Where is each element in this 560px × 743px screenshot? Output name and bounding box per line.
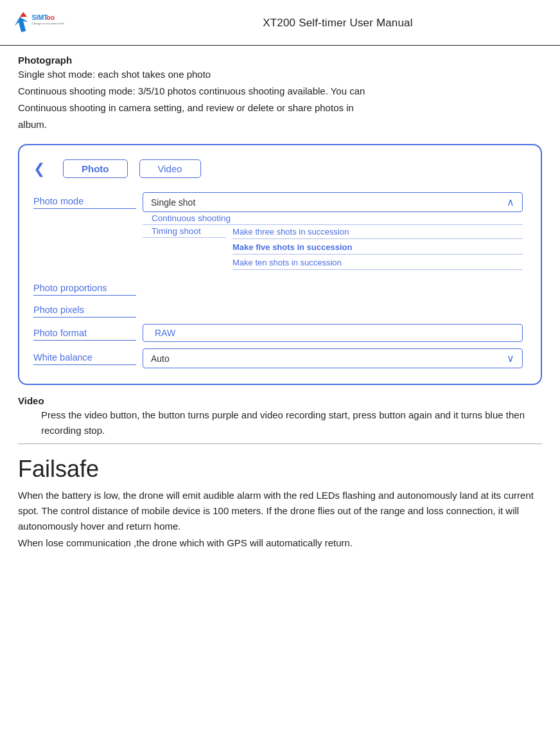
photo-format-row: Photo format RAW bbox=[33, 324, 523, 342]
white-balance-label: White balance bbox=[33, 348, 136, 365]
photo-proportions-row: Photo proportions bbox=[33, 279, 523, 296]
photo-format-control[interactable]: RAW bbox=[143, 324, 523, 342]
timing-submenu: Make three shots in succession Make five… bbox=[226, 225, 523, 270]
tab-video[interactable]: Video bbox=[139, 159, 201, 178]
photo-pixels-label: Photo pixels bbox=[33, 301, 136, 318]
logo-area: SIM T oo Change a new vision of the worl… bbox=[13, 8, 128, 39]
photo-mode-control[interactable]: Single shot ∧ Continuous shooting Timing… bbox=[143, 192, 523, 270]
page-header: SIM T oo Change a new vision of the worl… bbox=[0, 0, 560, 46]
submenu-ten-shots[interactable]: Make ten shots in succession bbox=[232, 256, 523, 270]
photo-mode-dropdown: Continuous shooting Timing shoot Make th… bbox=[143, 212, 523, 270]
main-content: Photograph Single shot mode: each shot t… bbox=[0, 55, 560, 551]
option-timing-shoot[interactable]: Timing shoot bbox=[143, 225, 226, 238]
svg-text:SIM: SIM bbox=[32, 14, 44, 21]
photo-pixels-row: Photo pixels bbox=[33, 301, 523, 318]
photo-format-label: Photo format bbox=[33, 324, 136, 341]
failsafe-section: Failsafe When the battery is low, the dr… bbox=[18, 456, 542, 551]
photograph-label: Photograph bbox=[18, 55, 542, 66]
photo-mode-value: Single shot bbox=[151, 197, 195, 208]
camera-ui-screenshot: ❮ Photo Video Photo mode Single shot ∧ C… bbox=[18, 144, 542, 385]
photo-mode-row: Photo mode Single shot ∧ Continuous shoo… bbox=[33, 192, 523, 270]
video-label: Video bbox=[18, 395, 542, 406]
photograph-line4: album. bbox=[18, 117, 542, 132]
failsafe-para1: When the battery is low, the drone will … bbox=[18, 488, 542, 534]
photo-format-value[interactable]: RAW bbox=[143, 324, 523, 342]
chevron-down-icon: ∨ bbox=[507, 352, 514, 364]
photo-mode-label: Photo mode bbox=[33, 192, 136, 209]
svg-text:Change a new vision of the wor: Change a new vision of the world bbox=[32, 22, 64, 25]
chevron-up-icon: ∧ bbox=[507, 196, 514, 208]
submenu-five-shots[interactable]: Make five shots in succession bbox=[232, 240, 523, 255]
simtoo-logo: SIM T oo Change a new vision of the worl… bbox=[13, 8, 64, 39]
white-balance-select[interactable]: Auto ∨ bbox=[143, 348, 523, 368]
photograph-line1: Single shot mode: each shot takes one ph… bbox=[18, 67, 542, 82]
section-divider bbox=[18, 443, 542, 444]
svg-marker-0 bbox=[13, 15, 30, 33]
video-section: Video Press the video button, the button… bbox=[18, 395, 542, 438]
tab-photo[interactable]: Photo bbox=[63, 159, 128, 178]
page-title: XT200 Self-timer User Manual bbox=[128, 17, 547, 30]
photograph-line2: Continuous shooting mode: 3/5/10 photos … bbox=[18, 84, 542, 99]
photograph-line3: Continuous shooting in camera setting, a… bbox=[18, 100, 542, 116]
white-balance-row: White balance Auto ∨ bbox=[33, 348, 523, 368]
submenu-three-shots[interactable]: Make three shots in succession bbox=[232, 225, 523, 239]
video-description: Press the video button, the button turns… bbox=[18, 407, 542, 438]
back-button[interactable]: ❮ bbox=[33, 161, 45, 177]
white-balance-value: Auto bbox=[151, 354, 170, 364]
failsafe-heading: Failsafe bbox=[18, 456, 542, 483]
photo-mode-select[interactable]: Single shot ∧ bbox=[143, 192, 523, 212]
photograph-section: Photograph Single shot mode: each shot t… bbox=[18, 55, 542, 132]
white-balance-control[interactable]: Auto ∨ bbox=[143, 348, 523, 368]
failsafe-para2: When lose communication ,the drone which… bbox=[18, 535, 542, 551]
svg-text:oo: oo bbox=[46, 14, 55, 21]
photo-proportions-label: Photo proportions bbox=[33, 279, 136, 296]
option-continuous-shooting[interactable]: Continuous shooting bbox=[143, 212, 523, 225]
camera-tab-row: ❮ Photo Video bbox=[33, 159, 523, 178]
